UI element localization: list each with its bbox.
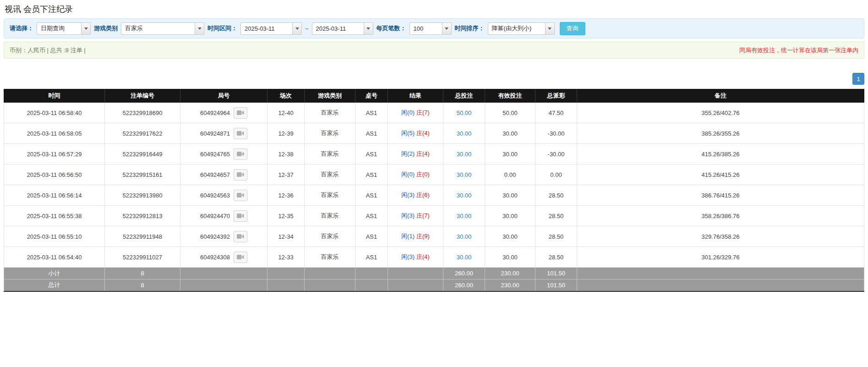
cell-bet-id: 522329916449 <box>105 144 180 164</box>
cell-round-id: 604924392 <box>180 226 267 247</box>
col-header-bet-id: 注单编号 <box>105 89 180 103</box>
cell-session: 12-39 <box>267 123 305 144</box>
total-bet-link[interactable]: 50.00 <box>457 110 472 116</box>
total-bet-link[interactable]: 30.00 <box>457 233 472 240</box>
cell-session: 12-33 <box>267 247 305 268</box>
query-type-label: 请选择： <box>10 24 33 33</box>
result-banker: 庄(7) <box>416 212 430 219</box>
sort-order-combobox[interactable] <box>488 22 555 35</box>
table-row: 2025-03-11 06:54:40 522329911027 6049243… <box>4 247 864 268</box>
sort-order-input[interactable] <box>488 23 545 34</box>
cell-session: 12-37 <box>267 164 305 185</box>
cell-note: 415.26/415.26 <box>577 164 864 185</box>
video-camera-icon <box>237 131 244 136</box>
date-from-combobox[interactable] <box>240 22 302 35</box>
cell-game-type: 百家乐 <box>305 185 355 206</box>
video-replay-button[interactable] <box>234 169 247 181</box>
game-type-input[interactable] <box>121 23 195 34</box>
pagination: 1 <box>4 73 864 85</box>
cell-valid-bet: 30.00 <box>485 206 535 226</box>
total-bet-link[interactable]: 30.00 <box>457 254 472 261</box>
date-from-input[interactable] <box>241 23 292 34</box>
video-camera-icon <box>237 234 244 239</box>
result-player: 闲(3) <box>401 253 415 260</box>
date-to-input[interactable] <box>312 23 364 34</box>
video-replay-button[interactable] <box>234 128 247 139</box>
round-id-text: 604924308 <box>200 254 230 261</box>
search-button[interactable]: 查询 <box>560 22 585 35</box>
time-range-label: 时间区间： <box>207 24 237 33</box>
page-size-combobox[interactable] <box>409 22 452 35</box>
cell-result: 闲(0)庄(7) <box>388 103 443 123</box>
col-header-session: 场次 <box>267 89 305 103</box>
cell-round-id: 604924657 <box>180 164 267 185</box>
page-1-button[interactable]: 1 <box>852 73 864 85</box>
cell-result: 闲(3)庄(4) <box>388 247 443 268</box>
cell-time: 2025-03-11 06:58:40 <box>4 103 105 123</box>
round-id-text: 604924964 <box>200 110 230 116</box>
video-replay-button[interactable] <box>234 190 247 201</box>
game-type-combobox[interactable] <box>121 22 204 35</box>
col-header-time: 时间 <box>4 89 105 103</box>
video-replay-button[interactable] <box>234 231 247 242</box>
date-to-combobox[interactable] <box>312 22 373 35</box>
result-banker: 庄(0) <box>416 171 430 178</box>
cell-table-no: AS1 <box>355 226 388 247</box>
video-replay-button[interactable] <box>234 252 247 263</box>
date-to-dropdown-button[interactable] <box>364 23 373 34</box>
cell-note: 386.76/415.26 <box>577 185 864 206</box>
grand-total-row: 总计 8 260.00 230.00 101.50 <box>4 279 864 291</box>
total-bet-link[interactable]: 30.00 <box>457 192 472 199</box>
cell-total-bet: 30.00 <box>443 164 485 185</box>
date-from-dropdown-button[interactable] <box>292 23 301 34</box>
query-type-combobox[interactable] <box>37 22 91 35</box>
game-type-dropdown-button[interactable] <box>195 23 204 34</box>
video-replay-button[interactable] <box>234 148 247 160</box>
cell-game-type: 百家乐 <box>305 247 355 268</box>
video-camera-icon <box>237 254 244 260</box>
query-type-dropdown-button[interactable] <box>81 23 90 34</box>
result-player: 闲(2) <box>401 150 415 157</box>
subtotal-label: 小计 <box>4 268 105 279</box>
round-id-text: 604924657 <box>200 171 230 178</box>
total-bet-link[interactable]: 30.00 <box>457 151 472 158</box>
query-type-input[interactable] <box>37 23 81 34</box>
currency-total-text: 币别：人民币 | 总共 :8 注单 | <box>10 46 86 55</box>
video-replay-button[interactable] <box>234 107 247 119</box>
filter-toolbar: 请选择： 游戏类别 时间区间： ~ 每页笔数： 时间排序： <box>4 18 864 38</box>
cell-valid-bet: 50.00 <box>485 103 535 123</box>
valid-bet-note: 同局有效投注，统一计算在该局第一张注单内 <box>739 46 858 55</box>
col-header-result: 结果 <box>388 89 443 103</box>
total-total-bet: 260.00 <box>443 279 485 291</box>
page-size-dropdown-button[interactable] <box>442 23 451 34</box>
total-label: 总计 <box>4 279 105 291</box>
cell-bet-id: 522329917622 <box>105 123 180 144</box>
page-size-input[interactable] <box>410 23 442 34</box>
video-camera-icon <box>237 213 244 219</box>
cell-game-type: 百家乐 <box>305 164 355 185</box>
chevron-down-icon <box>548 27 551 30</box>
col-header-note: 备注 <box>577 89 864 103</box>
table-row: 2025-03-11 06:55:10 522329911948 6049243… <box>4 226 864 247</box>
cell-valid-bet: 30.00 <box>485 123 535 144</box>
cell-table-no: AS1 <box>355 185 388 206</box>
cell-valid-bet: 30.00 <box>485 144 535 164</box>
total-bet-link[interactable]: 30.00 <box>457 130 472 137</box>
subtotal-payout: 101.50 <box>535 268 577 279</box>
video-replay-button[interactable] <box>234 210 247 222</box>
result-player: 闲(1) <box>401 233 415 240</box>
result-banker: 庄(4) <box>416 150 430 157</box>
table-header-row: 时间 注单编号 局号 场次 游戏类别 桌号 结果 总投注 有效投注 总派彩 备注 <box>4 89 864 103</box>
total-bet-link[interactable]: 30.00 <box>457 213 472 219</box>
cell-game-type: 百家乐 <box>305 206 355 226</box>
cell-game-type: 百家乐 <box>305 123 355 144</box>
cell-bet-id: 522329913980 <box>105 185 180 206</box>
chevron-down-icon <box>366 27 370 30</box>
cell-valid-bet: 30.00 <box>485 247 535 268</box>
sort-order-dropdown-button[interactable] <box>545 23 554 34</box>
cell-table-no: AS1 <box>355 247 388 268</box>
cell-payout: -30.00 <box>535 144 577 164</box>
result-player: 闲(0) <box>401 109 415 116</box>
table-row: 2025-03-11 06:58:05 522329917622 6049248… <box>4 123 864 144</box>
total-bet-link[interactable]: 30.00 <box>457 171 472 178</box>
